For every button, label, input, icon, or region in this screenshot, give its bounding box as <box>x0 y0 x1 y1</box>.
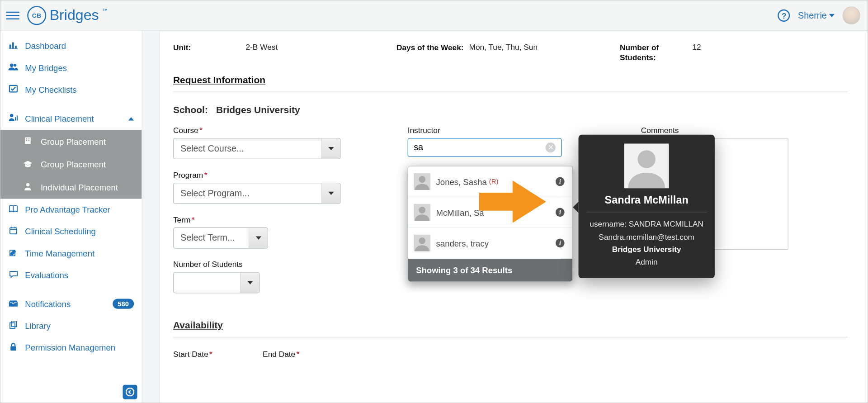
subnav-group-placement-2[interactable]: Group Placement <box>0 153 142 176</box>
sidebar-item-pro-advantage[interactable]: Pro Advantage Tracker <box>0 199 142 220</box>
inbox-icon <box>8 299 18 308</box>
notifications-badge: 580 <box>113 299 134 308</box>
info-icon[interactable]: i <box>556 208 565 217</box>
nav-label: Library <box>25 321 51 331</box>
nav-label: Notifications <box>25 299 71 308</box>
school-value: Bridges University <box>216 104 300 115</box>
tooltip-name: Sandra McMillan <box>586 194 707 213</box>
section-availability: Availability <box>173 304 848 337</box>
select-toggle[interactable] <box>321 183 340 203</box>
svg-point-25 <box>419 176 425 183</box>
course-select[interactable]: Select Course... <box>173 138 341 159</box>
autocomplete-item[interactable]: sanders, tracy i <box>408 228 572 259</box>
nav-label: Clinical Placement <box>25 114 94 123</box>
svg-point-24 <box>126 388 134 396</box>
instructor-input[interactable] <box>414 142 545 152</box>
nav-label: Dashboard <box>25 41 66 51</box>
svg-point-5 <box>14 64 16 66</box>
info-icon[interactable]: i <box>556 177 565 186</box>
svg-rect-2 <box>15 46 17 48</box>
avatar-icon <box>414 173 430 190</box>
tooltip-email: Sandra.mcmillan@test.com <box>586 231 707 243</box>
subnav-label: Group Placement <box>41 137 106 146</box>
chevron-down-icon <box>247 281 252 284</box>
course-label: Course* <box>173 126 408 135</box>
tooltip-username: username: SANDRA MCMILLAN <box>586 218 707 231</box>
building-icon <box>23 137 33 146</box>
lock-icon <box>8 343 18 352</box>
svg-point-26 <box>419 207 425 213</box>
sidebar-item-dashboard[interactable]: Dashboard <box>0 35 142 57</box>
days-label: Days of the Week: <box>396 43 469 63</box>
start-date-label: Start Date* <box>173 350 212 359</box>
menu-toggle-button[interactable] <box>6 9 19 22</box>
topbar: CB Bridges™ ? Sherrie <box>0 0 868 31</box>
sidebar-item-mybridges[interactable]: My Bridges <box>0 57 142 79</box>
subnav-label: Individual Placement <box>41 183 118 192</box>
stats-icon <box>8 41 18 51</box>
clear-icon[interactable]: ✕ <box>545 142 555 152</box>
school-label: School: <box>173 104 208 115</box>
term-placeholder: Select Term... <box>174 228 248 248</box>
students-label: Number of Students: <box>620 43 693 63</box>
instructor-search[interactable]: ✕ <box>407 138 561 157</box>
sidebar-item-time-management[interactable]: Time Management <box>0 242 142 264</box>
nav-label: Permission Managemen <box>25 343 115 352</box>
person-icon <box>23 183 33 192</box>
svg-rect-16 <box>10 228 17 234</box>
svg-point-28 <box>637 150 656 168</box>
app-logo[interactable]: CB Bridges™ <box>27 6 108 25</box>
subnav-label: Group Placement <box>41 160 106 169</box>
subnav-group-placement-1[interactable]: Group Placement <box>0 130 142 153</box>
program-placeholder: Select Program... <box>174 183 321 203</box>
sidebar-item-evaluations[interactable]: Evaluations <box>0 264 142 286</box>
svg-point-4 <box>10 64 13 67</box>
numstudents-select[interactable] <box>173 272 259 294</box>
logo-text: Bridges <box>50 7 99 24</box>
sidebar-collapse-button[interactable] <box>123 385 137 399</box>
autocomplete-footer: Showing 3 of 34 Results <box>408 259 572 282</box>
main-content: Unit: 2-B West Days of the Week: Mon, Tu… <box>142 31 868 403</box>
users-icon <box>8 63 18 72</box>
select-toggle[interactable] <box>321 139 340 159</box>
section-request-info: Request Information <box>173 73 848 92</box>
avatar-icon <box>414 204 430 221</box>
autocomplete-name: McMillan, Sa <box>436 208 484 217</box>
sidebar-item-library[interactable]: Library <box>0 315 142 337</box>
nav-label: Evaluations <box>25 270 68 280</box>
tooltip-org: Bridges University <box>586 243 707 256</box>
sidebar-item-notifications[interactable]: Notifications 580 <box>0 293 142 315</box>
sidebar-subnav: Group Placement Group Placement Individu… <box>0 130 142 199</box>
user-avatar[interactable] <box>842 6 860 24</box>
svg-rect-21 <box>10 323 15 328</box>
user-menu[interactable]: Sherrie <box>798 10 835 20</box>
course-placeholder: Select Course... <box>174 139 321 159</box>
sidebar-item-clinical-placement[interactable]: Clinical Placement <box>0 107 142 130</box>
assignment-header: Unit: 2-B West Days of the Week: Mon, Tu… <box>173 41 848 73</box>
program-select[interactable]: Select Program... <box>173 183 341 204</box>
sidebar-item-checklists[interactable]: My Checklists <box>0 79 142 100</box>
username-label: Sherrie <box>798 10 827 20</box>
term-select[interactable]: Select Term... <box>173 228 268 249</box>
svg-rect-11 <box>26 138 27 139</box>
help-icon[interactable]: ? <box>778 9 790 21</box>
info-icon[interactable]: i <box>556 239 565 248</box>
instructor-tooltip: Sandra McMillan username: SANDRA MCMILLA… <box>578 135 714 278</box>
select-toggle[interactable] <box>240 273 259 293</box>
chevron-down-icon <box>255 237 261 240</box>
chevron-down-icon <box>328 192 333 195</box>
days-value: Mon, Tue, Thu, Sun <box>469 43 538 63</box>
students-value: 12 <box>692 43 701 63</box>
book-icon <box>8 205 18 214</box>
nav-label: My Checklists <box>25 85 76 94</box>
program-label: Program* <box>173 171 408 180</box>
sidebar-item-clinical-scheduling[interactable]: Clinical Scheduling <box>0 221 142 242</box>
svg-rect-8 <box>15 117 16 120</box>
select-toggle[interactable] <box>248 228 267 248</box>
subnav-individual-placement[interactable]: Individual Placement <box>0 176 142 199</box>
svg-rect-9 <box>17 115 18 120</box>
numstudents-label: Number of Students <box>173 260 408 269</box>
school-line: School: Bridges University <box>173 104 848 116</box>
instructor-label: Instructor <box>407 126 641 135</box>
sidebar-item-permissions[interactable]: Permission Managemen <box>0 337 142 358</box>
